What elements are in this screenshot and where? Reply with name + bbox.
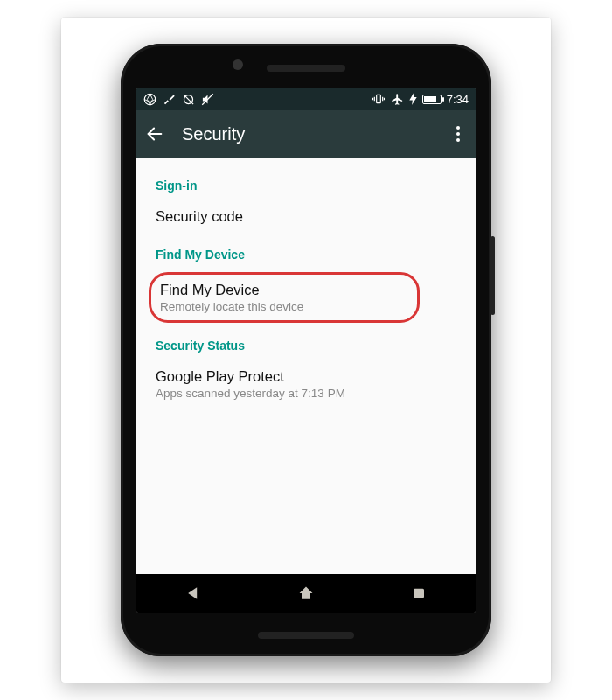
item-subtitle: Apps scanned yesterday at 7:13 PM: [156, 387, 456, 400]
nav-home-button[interactable]: [289, 583, 323, 604]
phone-camera: [233, 60, 243, 70]
section-header-signin: Sign-in: [152, 166, 460, 200]
svg-rect-10: [414, 589, 424, 598]
navigation-bar: [136, 574, 476, 612]
nav-recents-button[interactable]: [401, 583, 436, 604]
image-frame: 7:34 Security Sign-in Security code Find…: [61, 18, 551, 682]
overflow-menu-icon[interactable]: [449, 119, 467, 149]
status-bar: 7:34: [136, 88, 476, 110]
section-header-find-my-device: Find My Device: [152, 235, 460, 269]
item-title: Find My Device: [160, 282, 405, 298]
page-title: Security: [182, 124, 432, 144]
status-right-icons: 7:34: [372, 93, 469, 106]
section-header-security-status: Security Status: [152, 326, 460, 360]
item-title: Security code: [156, 208, 456, 225]
item-subtitle: Remotely locate this device: [160, 300, 405, 313]
app-bar: Security: [136, 110, 476, 158]
svg-point-0: [144, 94, 156, 105]
nav-back-button[interactable]: [176, 583, 211, 604]
status-time: 7:34: [447, 93, 469, 106]
no-location-icon: [182, 93, 195, 106]
airplane-icon: [391, 93, 404, 106]
svg-rect-4: [376, 94, 380, 102]
aperture-icon: [143, 93, 156, 106]
vibrate-icon: [372, 93, 386, 105]
item-title: Google Play Protect: [156, 368, 456, 385]
back-icon[interactable]: [145, 124, 164, 144]
item-find-my-device[interactable]: Find My Device Remotely locate this devi…: [149, 272, 420, 323]
status-left-icons: [143, 93, 214, 106]
phone-speaker: [267, 65, 345, 72]
mute-icon: [201, 93, 214, 106]
phone-power-button: [490, 236, 495, 315]
phone-home-indicator: [258, 632, 354, 639]
charging-icon: [409, 93, 417, 105]
settings-content: Sign-in Security code Find My Device Fin…: [136, 158, 476, 574]
battery-icon: [422, 94, 442, 104]
screen: 7:34 Security Sign-in Security code Find…: [136, 88, 476, 612]
item-security-code[interactable]: Security code: [152, 200, 460, 235]
item-google-play-protect[interactable]: Google Play Protect Apps scanned yesterd…: [152, 360, 460, 410]
brush-icon: [163, 93, 176, 106]
phone-mockup: 7:34 Security Sign-in Security code Find…: [121, 44, 491, 656]
